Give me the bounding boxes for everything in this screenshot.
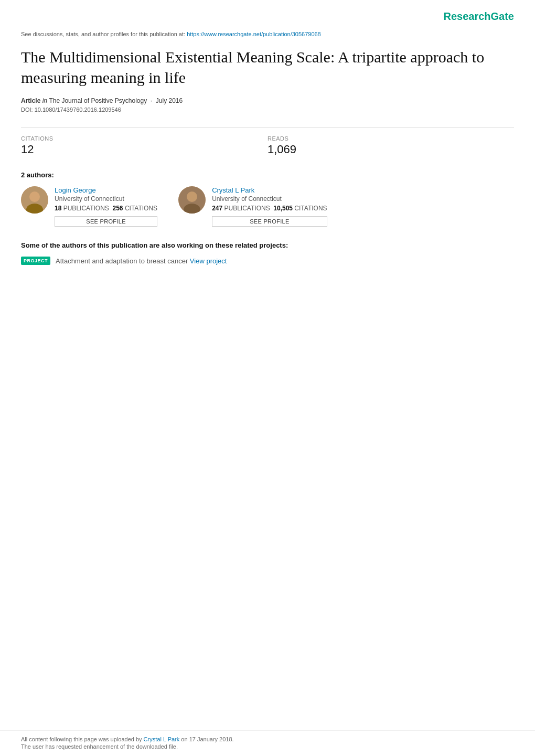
view-project-link[interactable]: View project [190,257,227,265]
author-stats-2: 247 PUBLICATIONS 10,505 CITATIONS [212,205,327,212]
article-title: The Multidimensional Existential Meaning… [21,47,514,88]
svg-point-1 [29,191,40,202]
authors-section: 2 authors: Login George University of Co… [21,171,514,227]
site-logo[interactable]: ResearchGate [21,10,514,23]
see-profile-btn-1[interactable]: SEE PROFILE [55,216,157,227]
researchgate-link[interactable]: ResearchGate [443,10,514,22]
divider-top [21,127,514,128]
author-institution-2: University of Connecticut [212,195,327,203]
author-stats-1: 18 PUBLICATIONS 256 CITATIONS [55,205,157,212]
author-name-2[interactable]: Crystal L Park [212,186,327,194]
author-card-1: Login George University of Connecticut 1… [21,186,157,227]
top-notice: See discussions, stats, and author profi… [21,31,514,37]
author-card-2: Crystal L Park University of Connecticut… [178,186,327,227]
author-info-1: Login George University of Connecticut 1… [55,186,157,227]
author-avatar-2 [178,186,206,214]
project-text-1: Attachment and adaptation to breast canc… [56,257,227,265]
citations-stat: CITATIONS 12 [21,135,268,156]
project-badge: Project [21,257,50,265]
author-avatar-1 [21,186,48,214]
svg-point-4 [187,191,197,202]
publication-url[interactable]: https://www.researchgate.net/publication… [187,31,321,37]
stats-row: CITATIONS 12 READS 1,069 [21,135,514,156]
article-doi: DOI: 10.1080/17439760.2016.1209546 [21,107,514,113]
related-projects-section: Some of the authors of this publication … [21,241,514,265]
reads-stat: READS 1,069 [268,135,514,156]
authors-label: 2 authors: [21,171,514,179]
article-meta: Article in The Journal of Positive Psych… [21,97,514,104]
author-institution-1: University of Connecticut [55,195,157,203]
related-projects-label: Some of the authors of this publication … [21,241,514,249]
author-name-1[interactable]: Login George [55,186,157,194]
author-info-2: Crystal L Park University of Connecticut… [212,186,327,227]
authors-grid: Login George University of Connecticut 1… [21,186,514,227]
project-item-1: Project Attachment and adaptation to bre… [21,257,514,265]
see-profile-btn-2[interactable]: SEE PROFILE [212,216,327,227]
